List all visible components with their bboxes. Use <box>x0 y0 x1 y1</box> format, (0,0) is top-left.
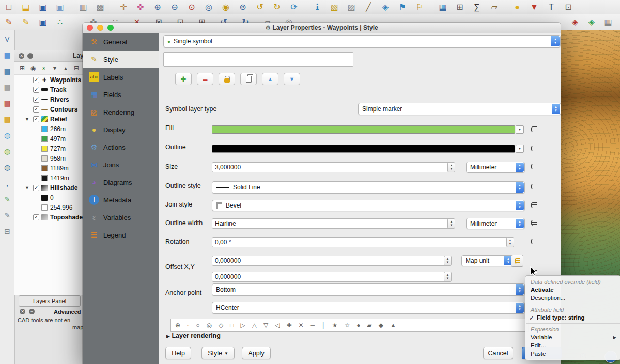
lock-symbol-layer-button[interactable] <box>219 73 235 85</box>
outline-width-unit-select[interactable]: Millimeter ▲▼ <box>466 218 525 229</box>
dialog-titlebar[interactable]: ⚙ Layer Properties - Waypoints | Style <box>83 23 561 34</box>
symbol-preview-box[interactable] <box>163 52 353 67</box>
marker-preset-icon[interactable]: ▲ <box>390 322 396 329</box>
pan-to-selection-icon[interactable]: ✜ <box>135 2 146 13</box>
marker-preset-icon[interactable]: ─ <box>311 322 315 329</box>
composer-manager-icon[interactable]: ▩ <box>95 2 106 13</box>
offset-unit-select[interactable]: Map unit ▲▼ <box>461 255 514 266</box>
add-delimited-text-icon[interactable]: , <box>2 178 12 188</box>
layer-checkbox[interactable]: ✓ <box>33 97 39 103</box>
marker-preset-icon[interactable]: ▰ <box>367 322 371 329</box>
filter-legend-icon[interactable]: ε <box>40 65 48 72</box>
style-menu-button[interactable]: Style▼ <box>202 347 235 359</box>
outline-color-dropdown[interactable]: ▼ <box>516 145 524 153</box>
new-composer-icon[interactable]: ▥ <box>78 2 89 13</box>
sidebar-item-display[interactable]: ● Display <box>83 121 159 138</box>
add-wfs-layer-icon[interactable]: ◍ <box>2 162 12 172</box>
zoom-out-icon[interactable]: ⊖ <box>169 2 180 13</box>
save-edits-icon[interactable]: ▣ <box>37 17 49 28</box>
symbol-layer-type-select[interactable]: Simple marker ▲▼ <box>358 103 561 115</box>
outline-override-button[interactable] <box>528 143 539 153</box>
layer-checkbox[interactable] <box>33 126 39 132</box>
offset-x-spinner[interactable]: ▲▼ <box>444 256 452 266</box>
marker-preset-icon[interactable]: ✕ <box>299 322 304 329</box>
text-annotation-icon[interactable]: T <box>546 2 557 13</box>
offset-y-input[interactable]: 0,000000 <box>212 272 447 282</box>
save-project-as-icon[interactable]: ▣ <box>54 2 66 13</box>
size-override-button[interactable] <box>528 161 539 171</box>
anchor-horizontal-select[interactable]: HCenter ▲▼ <box>212 302 525 314</box>
sidebar-item-variables[interactable]: ε Variables <box>83 209 159 226</box>
new-bookmark-icon[interactable]: ⚑ <box>397 2 408 13</box>
sidebar-item-style[interactable]: ✎ Style <box>83 51 159 68</box>
sidebar-item-diagrams[interactable]: ◕ Diagrams <box>83 173 159 191</box>
select-features-icon[interactable]: ▧ <box>329 2 340 13</box>
combo-stepper-icon[interactable]: ▲▼ <box>551 36 560 46</box>
marker-preset-icon[interactable]: ⊕ <box>175 322 180 329</box>
panel-close-icon[interactable]: ✕ <box>20 309 25 314</box>
help-button[interactable]: Help <box>165 347 191 359</box>
marker-preset-icon[interactable]: ◆ <box>379 322 383 329</box>
sidebar-item-joins[interactable]: ⋈ Joins <box>83 156 159 173</box>
menu-item-field-type[interactable]: ✓ Field type: string <box>525 313 620 322</box>
layer-checkbox[interactable]: ✓ <box>33 87 39 93</box>
plugin-icon-green[interactable]: ◈ <box>586 17 597 28</box>
menu-item-paste[interactable]: Paste <box>525 350 620 358</box>
zoom-to-selection-icon[interactable]: ◉ <box>220 2 231 13</box>
measure-icon[interactable]: ╱ <box>363 2 374 13</box>
zoom-to-layer-icon[interactable]: ⊚ <box>237 2 249 13</box>
zoom-next-icon[interactable]: ↻ <box>271 2 283 13</box>
move-down-button[interactable]: ▼ <box>284 73 300 85</box>
remove-layer-group-icon[interactable]: ⊟ <box>2 226 12 236</box>
add-spatialite-layer-icon[interactable]: ▤ <box>2 82 12 92</box>
map-tips-icon[interactable]: ◈ <box>380 2 391 13</box>
remove-layer-icon[interactable]: ⊟ <box>73 65 80 72</box>
move-up-button[interactable]: ▲ <box>262 73 278 85</box>
marker-preset-icon[interactable]: │ <box>321 322 326 329</box>
renderer-select[interactable]: ● Single symbol ▲▼ <box>163 35 561 48</box>
sidebar-item-labels[interactable]: abc Labels <box>83 68 159 86</box>
outline-width-override-button[interactable] <box>528 217 539 228</box>
layer-checkbox[interactable] <box>33 204 39 211</box>
annotation-icon[interactable]: ● <box>512 2 523 13</box>
add-mssql-layer-icon[interactable]: ▤ <box>2 98 12 108</box>
add-oracle-layer-icon[interactable]: ▤ <box>2 114 12 124</box>
zoom-last-icon[interactable]: ↺ <box>254 2 266 13</box>
sidebar-item-actions[interactable]: ⚙ Actions <box>83 138 159 156</box>
menu-item-description[interactable]: Description... <box>525 294 620 302</box>
add-symbol-layer-button[interactable]: ✚ <box>175 73 192 85</box>
combo-stepper-icon[interactable]: ▲▼ <box>516 163 524 172</box>
outline-style-override-button[interactable] <box>528 181 539 192</box>
layer-checkbox[interactable]: ✓ <box>33 116 39 122</box>
marker-preset-icon[interactable]: ▷ <box>241 322 245 329</box>
cancel-button[interactable]: Cancel <box>483 347 513 359</box>
offset-y-spinner[interactable]: ▲▼ <box>444 272 452 282</box>
layer-checkbox[interactable]: ✓ <box>33 214 39 220</box>
layer-checkbox[interactable] <box>33 195 39 201</box>
refresh-icon[interactable]: ⟳ <box>288 2 300 13</box>
anchor-vertical-select[interactable]: Bottom ▲▼ <box>212 283 525 296</box>
marker-preset-icon[interactable]: ◦ <box>187 322 189 329</box>
new-project-icon[interactable]: □ <box>3 2 14 13</box>
save-project-icon[interactable]: ▣ <box>37 2 49 13</box>
add-postgis-layer-icon[interactable]: ▤ <box>2 66 12 76</box>
remove-symbol-layer-button[interactable]: ▬ <box>197 73 213 85</box>
join-style-select[interactable]: Bevel ▲▼ <box>212 200 525 211</box>
marker-preset-icon[interactable]: ● <box>357 322 360 329</box>
size-unit-select[interactable]: Millimeter ▲▼ <box>466 162 525 173</box>
open-project-icon[interactable]: ▤ <box>20 2 32 13</box>
marker-preset-icon[interactable]: △ <box>252 322 257 329</box>
layer-checkbox[interactable] <box>33 136 39 142</box>
apply-button[interactable]: Apply <box>242 347 271 359</box>
layer-checkbox[interactable] <box>33 175 39 181</box>
sidebar-item-fields[interactable]: ▦ Fields <box>83 86 159 103</box>
offset-override-active-button[interactable] <box>511 255 523 267</box>
rotation-override-button[interactable] <box>528 236 539 246</box>
marker-preset-icon[interactable]: ◎ <box>207 322 212 329</box>
offset-x-input[interactable]: 0,000000 <box>212 256 447 266</box>
pin-annotation-icon[interactable]: ▼ <box>529 2 540 13</box>
pan-map-icon[interactable]: ✛ <box>118 2 129 13</box>
add-wms-layer-icon[interactable]: ◍ <box>2 130 12 140</box>
combo-stepper-icon[interactable]: ▲▼ <box>516 303 524 313</box>
sidebar-item-rendering[interactable]: ▨ Rendering <box>83 103 159 121</box>
